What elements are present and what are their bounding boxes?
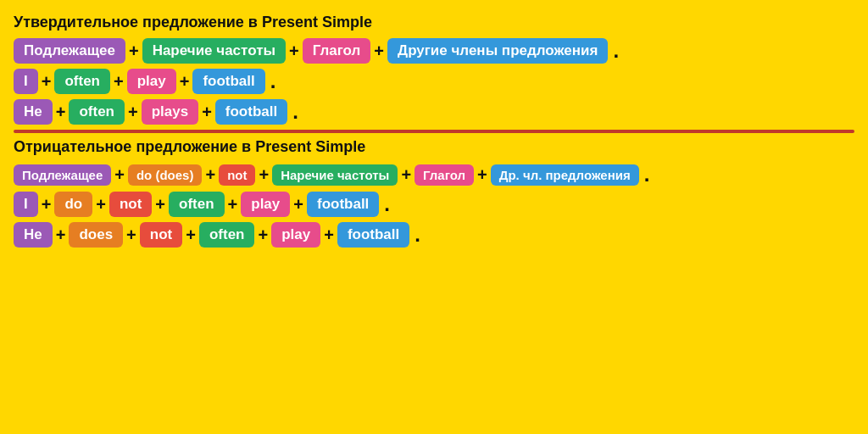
plus-s: + <box>186 225 196 245</box>
plus-sign-1: + <box>129 42 139 61</box>
plus-u: + <box>324 225 334 245</box>
negative-example1-row: I + do + not + often + play + football . <box>14 192 854 217</box>
plus-m: + <box>96 195 106 214</box>
neg-ex2-adverb: often <box>199 222 255 248</box>
formula-other: Другие члены предложения <box>387 38 608 64</box>
plus-b: + <box>114 72 124 92</box>
neg-formula-not: not <box>219 164 255 186</box>
neg-ex2-not: not <box>140 222 182 248</box>
ex1-verb: play <box>127 69 176 94</box>
affirmative-formula-row: Подлежащее + Наречие частоты + Глагол + … <box>14 38 854 64</box>
plus-c: + <box>180 72 190 92</box>
neg-ex2-subject: He <box>14 222 53 248</box>
neg-formula-other: Др. чл. предложения <box>491 164 639 186</box>
dot-1: . <box>613 39 619 63</box>
neg-ex1-adverb: often <box>169 192 225 217</box>
plus-i: + <box>259 165 269 185</box>
plus-h: + <box>205 165 215 185</box>
neg-ex2-verb: play <box>271 222 320 248</box>
neg-formula-do-does: do (does) <box>128 164 203 186</box>
plus-sign-2: + <box>289 42 299 61</box>
plus-a: + <box>42 72 52 92</box>
neg-ex1-subject: I <box>14 192 38 217</box>
dot-4: . <box>644 163 650 186</box>
plus-n: + <box>155 195 165 214</box>
plus-r: + <box>126 225 136 245</box>
dot-3: . <box>292 100 298 124</box>
neg-ex1-do: do <box>54 192 92 217</box>
plus-g: + <box>114 165 125 185</box>
formula-verb: Глагол <box>303 38 371 64</box>
plus-t: + <box>258 225 268 245</box>
negative-formula-row: Подлежащее + do (does) + not + Наречие ч… <box>14 163 854 186</box>
negative-example2-row: He + does + not + often + play + footbal… <box>14 222 854 248</box>
neg-ex1-not: not <box>109 192 152 217</box>
plus-q: + <box>56 225 66 245</box>
plus-d: + <box>56 103 66 122</box>
plus-j: + <box>401 165 411 185</box>
plus-e: + <box>128 103 138 122</box>
ex2-adverb: often <box>69 99 125 125</box>
neg-ex1-verb: play <box>241 192 290 217</box>
plus-o: + <box>228 195 238 214</box>
affirmative-example2-row: He + often + plays + football . <box>14 99 854 125</box>
section-divider <box>14 130 854 133</box>
dot-2: . <box>270 70 276 93</box>
affirmative-title: Утвердительное предложение в Present Sim… <box>14 14 854 31</box>
ex1-other: football <box>192 69 264 94</box>
ex2-subject: He <box>14 99 53 125</box>
dot-6: . <box>415 223 420 247</box>
ex1-subject: I <box>14 69 38 94</box>
neg-formula-verb: Глагол <box>415 164 474 186</box>
ex1-adverb: often <box>54 69 110 94</box>
plus-p: + <box>293 195 303 214</box>
neg-ex2-other: football <box>337 222 409 248</box>
ex2-verb: plays <box>142 99 198 125</box>
plus-f: + <box>202 103 212 122</box>
negative-title: Отрицательное предложение в Present Simp… <box>14 138 854 156</box>
neg-formula-adverb: Наречие частоты <box>272 164 398 186</box>
neg-ex1-other: football <box>307 192 379 217</box>
affirmative-example1-row: I + often + play + football . <box>14 69 854 94</box>
ex2-other: football <box>215 99 287 125</box>
neg-formula-subject: Подлежащее <box>14 164 111 186</box>
dot-5: . <box>384 192 390 216</box>
plus-sign-3: + <box>374 42 384 61</box>
neg-ex2-does: does <box>69 222 123 248</box>
plus-k: + <box>477 165 487 185</box>
formula-subject: Подлежащее <box>14 38 125 64</box>
plus-l: + <box>42 195 52 214</box>
formula-adverb: Наречие частоты <box>142 38 286 64</box>
